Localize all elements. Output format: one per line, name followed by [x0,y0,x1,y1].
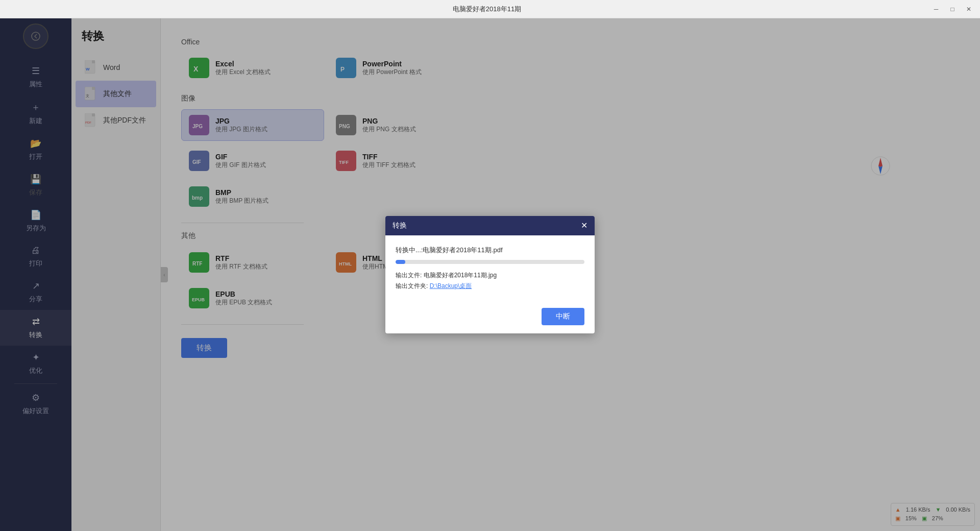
titlebar-controls: ─ □ ✕ [929,4,976,15]
minimize-button[interactable]: ─ [929,4,943,15]
maximize-button[interactable]: □ [945,4,960,15]
dialog-progress-fill [396,260,405,264]
dialog-body: 转换中...:电脑爱好者2018年11期.pdf 输出文件: 电脑爱好者2018… [385,235,595,303]
dialog-output-dir-line: 输出文件夹: D:\Backup\桌面 [396,282,584,291]
dialog-converting-text: 转换中...:电脑爱好者2018年11期.pdf [396,246,584,255]
dialog-close-button[interactable]: ✕ [581,222,587,230]
dialog-footer: 中断 [385,303,595,333]
titlebar-title: 电脑爱好者2018年11期 [45,5,929,14]
abort-button[interactable]: 中断 [542,308,584,325]
dialog-titlebar: 转换 ✕ [385,216,595,235]
output-dir-link[interactable]: D:\Backup\桌面 [430,282,472,289]
dialog-overlay: 转换 ✕ 转换中...:电脑爱好者2018年11期.pdf 输出文件: 电脑爱好… [0,18,980,531]
close-button[interactable]: ✕ [962,4,976,15]
convert-dialog: 转换 ✕ 转换中...:电脑爱好者2018年11期.pdf 输出文件: 电脑爱好… [385,216,595,333]
dialog-output-file-line: 输出文件: 电脑爱好者2018年11期.jpg [396,271,584,280]
dialog-progress-bar [396,260,584,264]
titlebar: 电脑爱好者2018年11期 ─ □ ✕ [0,0,980,18]
dialog-title: 转换 [393,221,407,230]
